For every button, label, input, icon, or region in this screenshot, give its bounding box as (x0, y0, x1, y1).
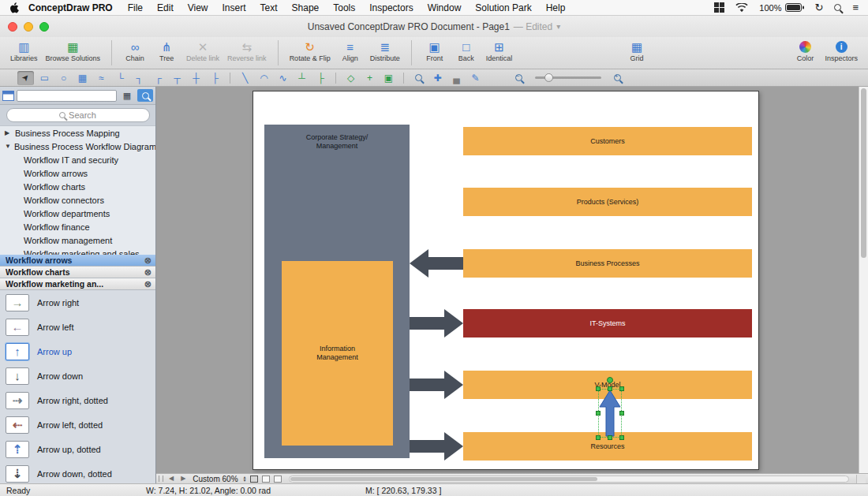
tree-item-workflow-departments[interactable]: Workflow departments (0, 207, 155, 220)
resize-handle-middle-right[interactable] (619, 411, 624, 416)
menu-help[interactable]: Help (539, 2, 573, 13)
close-panel-icon[interactable]: ⊗ (144, 268, 152, 277)
identical-button[interactable]: ⊞ Identical (482, 39, 517, 63)
zoom-tool[interactable] (410, 71, 427, 85)
previous-page-button[interactable]: ◀ (167, 475, 175, 483)
front-button[interactable]: ▣ Front (419, 39, 451, 63)
inspectors-button[interactable]: i Inspectors (821, 39, 862, 63)
close-panel-icon[interactable]: ⊗ (144, 280, 152, 289)
spotlight-icon[interactable] (834, 4, 841, 11)
tree-item-workflow-charts[interactable]: Workflow charts (0, 180, 155, 193)
close-panel-icon[interactable]: ⊗ (144, 256, 152, 265)
grid-button[interactable]: ▦ Grid (621, 39, 653, 63)
battery-status[interactable]: 100% (759, 3, 803, 13)
menu-shape[interactable]: Shape (285, 2, 327, 13)
zoom-slider-knob[interactable] (544, 73, 553, 82)
transform-tool[interactable]: ◇ (342, 71, 359, 85)
diagram-bar-products-services[interactable]: Products (Services) (463, 188, 752, 216)
title-dropdown-caret-icon[interactable]: ▾ (556, 22, 560, 31)
resize-handle-top-left[interactable] (596, 386, 600, 391)
delete-link-button[interactable]: ✕ Delete link (182, 39, 223, 63)
vertical-scrollbar-thumb[interactable] (861, 88, 866, 258)
page-view-button-2[interactable] (262, 475, 270, 483)
tree-item-workflow-marketing-and-sales[interactable]: Workflow marketing and sales (0, 247, 155, 255)
tree-item-business-process-workflow-diagrams[interactable]: ▼ Business Process Workflow Diagrams (0, 140, 155, 153)
connector-smart-tool[interactable]: ┐ (131, 71, 148, 85)
stamp-tool[interactable]: ▄ (448, 71, 465, 85)
diagram-bar-it-systems[interactable]: IT-Systems (463, 309, 752, 338)
zoom-out-button[interactable]: − (511, 71, 527, 85)
next-page-button[interactable]: ▶ (179, 475, 187, 483)
display-grid-icon[interactable] (714, 2, 724, 13)
shape-item-arrow-down[interactable]: ↓ Arrow down (0, 364, 155, 388)
library-panel-workflow-arrows[interactable]: Workflow arrows ⊗ (0, 255, 155, 267)
vertical-scrollbar[interactable] (859, 87, 868, 473)
zoom-in-button[interactable]: + (609, 71, 626, 85)
apple-menu-icon[interactable] (9, 2, 19, 13)
splitter-grip[interactable] (159, 475, 163, 482)
tree-button[interactable]: ⋔ Tree (151, 39, 182, 63)
resize-handle-middle-left[interactable] (596, 411, 600, 416)
resize-handle-bottom-left[interactable] (596, 435, 600, 440)
menu-window[interactable]: Window (421, 2, 469, 13)
connector-bus-tool[interactable]: ┬ (169, 71, 185, 85)
browse-solutions-button[interactable]: ▦ Browse Solutions (42, 39, 105, 63)
tree-item-workflow-arrows[interactable]: Workflow arrows (0, 166, 155, 180)
zoom-stepper[interactable]: ▴ ▾ (244, 475, 246, 482)
resize-handle-bottom-right[interactable] (619, 435, 624, 440)
flow-arrow-right-it-systems[interactable] (410, 309, 463, 338)
tree-item-workflow-management[interactable]: Workflow management (0, 233, 155, 247)
shape-item-arrow-down-dotted[interactable]: ⇣ Arrow down, dotted (0, 461, 155, 483)
horizontal-scrollbar[interactable] (289, 475, 849, 483)
menu-extras-icon[interactable]: ≡ (852, 2, 859, 13)
line-tool[interactable]: ╲ (237, 71, 253, 85)
menu-inspectors[interactable]: Inspectors (362, 2, 420, 13)
resize-handle-top-center[interactable] (608, 386, 612, 391)
page-view-button-1[interactable] (250, 475, 258, 483)
group-tool[interactable]: ▣ (380, 71, 397, 85)
back-button[interactable]: □ Back (451, 39, 482, 63)
sidebar-search-button[interactable] (137, 89, 153, 102)
connector-chain-tool[interactable]: ├ (207, 71, 223, 85)
menu-solution-park[interactable]: Solution Park (468, 2, 538, 13)
chain-button[interactable]: ∞ Chain (119, 39, 151, 63)
menu-text[interactable]: Text (253, 2, 285, 13)
connector-arc-tool[interactable]: ┌ (150, 71, 166, 85)
distribute-button[interactable]: ≣ Distribute (366, 39, 404, 63)
menu-insert[interactable]: Insert (215, 2, 253, 13)
menu-tools[interactable]: Tools (326, 2, 362, 13)
diagram-bar-business-processes[interactable]: Business Processes (463, 249, 752, 278)
eyedropper-tool[interactable]: ✎ (467, 71, 484, 85)
connector-round-tool[interactable]: ┼ (188, 71, 204, 85)
polyline-tool[interactable]: ≈ (93, 71, 110, 85)
app-menu-title[interactable]: ConceptDraw PRO (22, 2, 121, 13)
grid-view-button[interactable]: ▦ (119, 89, 135, 102)
menu-view[interactable]: View (181, 2, 215, 13)
shape-item-arrow-up-dotted[interactable]: ⇡ Arrow up, dotted (0, 437, 155, 461)
color-button[interactable]: Color (789, 39, 821, 63)
tree-horizontal-tool[interactable]: ├ (312, 71, 329, 85)
select-tool[interactable]: ➤ (17, 71, 34, 85)
rotation-handle[interactable] (607, 377, 613, 383)
flow-arrow-right-resources[interactable] (410, 432, 463, 461)
library-panel-workflow-charts[interactable]: Workflow charts ⊗ (0, 267, 155, 278)
arc-tool[interactable]: ◠ (256, 71, 272, 85)
drawing-canvas[interactable]: Corporate Strategy/ Management Informati… (156, 87, 859, 473)
menu-file[interactable]: File (121, 2, 150, 13)
reverse-link-button[interactable]: ⇆ Reverse link (223, 39, 271, 63)
libraries-button[interactable]: ▥ Libraries (6, 39, 42, 63)
diagram-information-management-block[interactable]: Information Management (282, 261, 393, 446)
align-button[interactable]: ≡ Align (335, 39, 366, 63)
tree-item-workflow-it-and-security[interactable]: Workflow IT and security (0, 153, 155, 166)
pan-tool[interactable]: ✚ (429, 71, 446, 85)
diagram-bar-customers[interactable]: Customers (463, 127, 752, 155)
selected-arrow-up-shape[interactable] (598, 389, 622, 438)
page-view-button-3[interactable] (274, 475, 282, 483)
library-filter-input[interactable] (17, 90, 117, 102)
minimize-window-button[interactable] (24, 22, 33, 32)
shape-item-arrow-left[interactable]: ← Arrow left (0, 315, 155, 339)
zoom-level-control[interactable]: Custom 60% (191, 475, 239, 483)
library-panel-workflow-marketing[interactable]: Workflow marketing an... ⊗ (0, 278, 155, 290)
resize-handle-bottom-center[interactable] (608, 435, 612, 440)
disclosure-triangle-icon[interactable]: ▶ (5, 129, 12, 136)
